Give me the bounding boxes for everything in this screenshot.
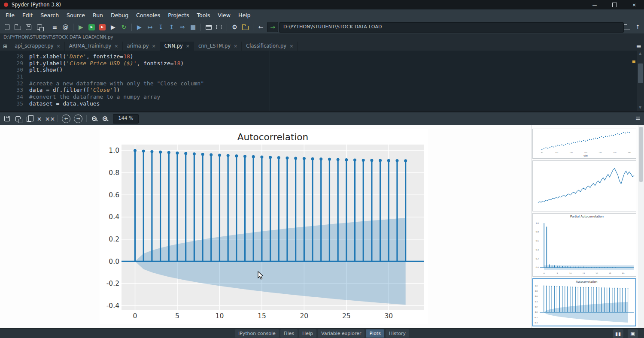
close-tab-icon[interactable]: × bbox=[114, 43, 118, 49]
line-number: 34 bbox=[0, 94, 29, 100]
debug-step-out-icon[interactable]: ↥ bbox=[166, 22, 177, 32]
menu-run[interactable]: Run bbox=[89, 12, 107, 18]
close-button[interactable]: × bbox=[624, 0, 644, 9]
code-line[interactable]: 29plt.ylabel('Close Price USD ($)', font… bbox=[0, 60, 644, 67]
file-switcher-icon[interactable]: ≡ bbox=[49, 22, 60, 32]
dock-icon[interactable]: ▣ bbox=[628, 329, 638, 338]
save-icon[interactable] bbox=[23, 22, 34, 32]
run-cell-icon[interactable]: ▶ bbox=[86, 22, 97, 32]
browse-directory-icon[interactable] bbox=[622, 22, 632, 32]
code-line[interactable]: 30plt.show() bbox=[0, 66, 644, 73]
code-editor[interactable]: 28plt.xlabel('Date', fontsize=18)29plt.y… bbox=[0, 51, 644, 113]
plots-scrollbar-thumb[interactable] bbox=[639, 127, 643, 182]
menu-help[interactable]: Help bbox=[234, 12, 255, 18]
tab-label: ARIMA_Trainin.py bbox=[69, 43, 112, 49]
thumb-lag-plot[interactable]: 50100150200250300350y(t) bbox=[532, 129, 636, 159]
save-plot-icon[interactable] bbox=[2, 114, 12, 124]
statusbar-tab-ipython-console[interactable]: IPython console bbox=[235, 329, 279, 338]
code-line[interactable]: 31 bbox=[0, 73, 644, 80]
code-line[interactable]: 34#convert the dataframe to a numpy arra… bbox=[0, 94, 644, 100]
minimize-button[interactable]: — bbox=[585, 0, 605, 9]
copy-plot-icon[interactable] bbox=[23, 114, 34, 124]
code-line[interactable]: 35dataset = data.values bbox=[0, 100, 644, 107]
svg-text:5: 5 bbox=[175, 312, 179, 320]
goto-symbol-icon[interactable]: @ bbox=[60, 22, 71, 32]
editor-tab-arima-trainin-py[interactable]: ARIMA_Trainin.py× bbox=[65, 42, 123, 51]
close-tab-icon[interactable]: × bbox=[152, 43, 156, 49]
scroll-down-icon[interactable]: ▼ bbox=[639, 106, 641, 109]
rerun-cell-icon[interactable]: ▶ bbox=[97, 22, 108, 32]
close-tab-icon[interactable]: × bbox=[186, 43, 190, 49]
editor-tab-cnn-py[interactable]: CNN.py× bbox=[160, 42, 194, 51]
zoom-level-input[interactable]: 144 % bbox=[113, 114, 139, 124]
debug-step-into-icon[interactable]: ↧ bbox=[155, 22, 166, 32]
zoom-out-icon[interactable]: − bbox=[89, 114, 100, 124]
breadcrumb: D:\PYTHON\STUDENT\STOCK DATA LOAD\CNN.py bbox=[0, 33, 644, 42]
scroll-up-icon[interactable]: ▲ bbox=[639, 51, 641, 55]
code-line[interactable]: 28plt.xlabel('Date', fontsize=18) bbox=[0, 53, 644, 60]
statusbar-tab-variable-explorer[interactable]: Variable explorer bbox=[318, 329, 365, 338]
previous-plot-icon[interactable]: ← bbox=[62, 115, 70, 123]
maximize-pane-icon[interactable] bbox=[203, 22, 214, 32]
pause-icon[interactable]: ▮▮ bbox=[613, 329, 623, 338]
fullscreen-icon[interactable] bbox=[214, 22, 225, 32]
run-selection-icon[interactable]: ▶ bbox=[108, 22, 118, 32]
save-all-icon[interactable] bbox=[34, 22, 45, 32]
rerun-script-icon[interactable]: ↻ bbox=[118, 22, 129, 32]
close-tab-icon[interactable]: × bbox=[57, 43, 61, 49]
cd-forward-icon[interactable]: → bbox=[267, 22, 278, 32]
menu-search[interactable]: Search bbox=[36, 12, 63, 18]
code-text: dataset = data.values bbox=[29, 100, 100, 107]
next-plot-icon[interactable]: → bbox=[74, 115, 82, 123]
new-file-icon[interactable] bbox=[2, 22, 12, 32]
open-file-icon[interactable] bbox=[12, 22, 23, 32]
debug-continue-icon[interactable]: ⇒ bbox=[177, 22, 188, 32]
statusbar-tab-plots[interactable]: Plots bbox=[366, 329, 384, 338]
editor-scrollbar-thumb[interactable] bbox=[638, 63, 643, 83]
thumb-stock-line[interactable] bbox=[532, 160, 636, 211]
parent-directory-icon[interactable]: ↑ bbox=[632, 22, 643, 32]
close-tab-icon[interactable]: × bbox=[289, 43, 293, 49]
line-number: 30 bbox=[0, 66, 29, 73]
code-line[interactable]: 32#create a new dataframe with only the … bbox=[0, 80, 644, 87]
debug-stop-icon[interactable]: ■ bbox=[188, 22, 198, 32]
working-directory-input[interactable]: D:\PYTHON\STUDENT\STOCK DATA LOAD bbox=[279, 22, 624, 33]
editor-tab-classification-py[interactable]: Classification.py× bbox=[242, 42, 298, 51]
menu-tools[interactable]: Tools bbox=[193, 12, 214, 18]
menu-view[interactable]: View bbox=[214, 12, 234, 18]
menu-debug[interactable]: Debug bbox=[107, 12, 132, 18]
thumb-pacf[interactable]: Partial Autocorrelation0510152025301.00.… bbox=[532, 213, 636, 277]
zoom-in-icon[interactable]: + bbox=[100, 114, 110, 124]
editor-tab-cnn-lstm-py[interactable]: cnn_LSTM.py× bbox=[194, 42, 242, 51]
remove-all-plots-icon[interactable]: ×× bbox=[45, 114, 55, 124]
statusbar-tab-files[interactable]: Files bbox=[280, 329, 298, 338]
debug-file-icon[interactable]: ▶ bbox=[134, 22, 145, 32]
menu-edit[interactable]: Edit bbox=[18, 12, 36, 18]
statusbar-tab-history[interactable]: History bbox=[386, 329, 409, 338]
editor-options-icon[interactable]: ≡ bbox=[636, 42, 641, 50]
save-all-plots-icon[interactable] bbox=[12, 114, 23, 124]
plots-options-icon[interactable]: ≡ bbox=[635, 114, 641, 122]
menu-consoles[interactable]: Consoles bbox=[132, 12, 164, 18]
svg-text:0.6: 0.6 bbox=[535, 295, 538, 297]
maximize-button[interactable] bbox=[605, 0, 624, 9]
code-line[interactable]: 33data = df.filter(['Close']) bbox=[0, 87, 644, 94]
menu-projects[interactable]: Projects bbox=[164, 12, 193, 18]
svg-text:0.6: 0.6 bbox=[536, 240, 539, 242]
cd-back-icon[interactable]: ← bbox=[255, 22, 266, 32]
run-file-icon[interactable]: ▶ bbox=[76, 22, 86, 32]
statusbar-tab-help[interactable]: Help bbox=[299, 329, 316, 338]
menu-source[interactable]: Source bbox=[63, 12, 89, 18]
close-tab-icon[interactable]: × bbox=[234, 43, 237, 49]
preferences-icon[interactable]: ⚙ bbox=[229, 22, 240, 32]
menu-file[interactable]: File bbox=[2, 12, 18, 18]
debug-step-over-icon[interactable]: ↦ bbox=[145, 22, 155, 32]
svg-text:0.2: 0.2 bbox=[109, 235, 119, 243]
thumb-acf[interactable]: Autocorrelation1.00.80.60.40.20.0-0.2-0.… bbox=[532, 278, 636, 326]
tab-label: cnn_LSTM.py bbox=[198, 43, 231, 49]
remove-plot-icon[interactable]: × bbox=[34, 114, 45, 124]
editor-tab-api-scrapper-py[interactable]: api_scrapper.py× bbox=[10, 42, 65, 51]
browse-tabs-icon[interactable]: ⊞ bbox=[0, 43, 10, 51]
editor-tab-arima-py[interactable]: arima.py× bbox=[123, 42, 160, 51]
python-path-icon[interactable] bbox=[240, 22, 251, 32]
